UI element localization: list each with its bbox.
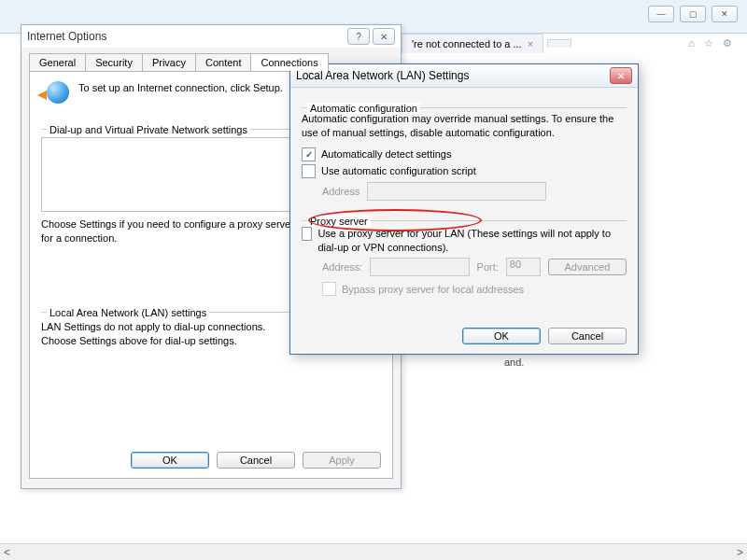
window-maximize-button[interactable]: ▢ bbox=[680, 6, 706, 22]
bypass-label: Bypass proxy server for local addresses bbox=[342, 284, 524, 295]
use-proxy-checkbox[interactable] bbox=[302, 227, 312, 241]
cancel-button[interactable]: Cancel bbox=[548, 328, 627, 344]
close-icon[interactable]: × bbox=[528, 38, 533, 49]
close-button[interactable]: ✕ bbox=[373, 28, 395, 45]
browser-tab[interactable]: 're not connected to a ... × bbox=[402, 34, 543, 53]
proxy-port-input: 80 bbox=[506, 258, 541, 276]
setup-text: To set up an Internet connection, click … bbox=[78, 81, 283, 95]
use-script-label: Use automatic configuration script bbox=[321, 165, 476, 176]
new-tab-button[interactable] bbox=[547, 39, 571, 48]
use-script-checkbox[interactable] bbox=[302, 164, 316, 178]
globe-icon bbox=[41, 81, 69, 109]
auto-detect-label: Automatically detect settings bbox=[321, 148, 451, 160]
tab-privacy[interactable]: Privacy bbox=[142, 53, 196, 71]
tab-content[interactable]: Content bbox=[195, 53, 252, 71]
home-icon[interactable]: ⌂ bbox=[688, 37, 695, 49]
auto-detect-checkbox[interactable] bbox=[302, 147, 316, 161]
cancel-button[interactable]: Cancel bbox=[217, 452, 295, 469]
choose-settings-text: Choose Settings if you need to configure… bbox=[41, 217, 303, 245]
dialog-title: Local Area Network (LAN) Settings bbox=[296, 69, 610, 82]
auto-config-text: Automatic configuration may override man… bbox=[302, 112, 627, 140]
use-proxy-label: Use a proxy server for your LAN (These s… bbox=[317, 227, 627, 255]
address-label: Address bbox=[322, 186, 359, 197]
dialup-group-label: Dial-up and Virtual Private Network sett… bbox=[47, 124, 250, 135]
tab-security[interactable]: Security bbox=[85, 53, 143, 71]
tools-icon[interactable]: ⚙ bbox=[723, 37, 732, 49]
advanced-button: Advanced bbox=[548, 259, 627, 275]
bypass-checkbox bbox=[322, 282, 336, 296]
ok-button[interactable]: OK bbox=[131, 452, 209, 469]
lan-group-label: Local Area Network (LAN) settings bbox=[47, 307, 209, 318]
dialog-title: Internet Options bbox=[27, 30, 345, 43]
horizontal-scrollbar[interactable]: <> bbox=[0, 543, 747, 560]
lan-settings-dialog: Local Area Network (LAN) Settings ✕ Auto… bbox=[289, 63, 639, 355]
auto-config-label: Automatic configuration bbox=[307, 103, 420, 114]
apply-button: Apply bbox=[303, 452, 381, 469]
window-close-button[interactable]: ✕ bbox=[712, 6, 738, 22]
window-minimize-button[interactable]: — bbox=[648, 6, 674, 22]
ok-button[interactable]: OK bbox=[462, 328, 541, 344]
proxy-address-label: Address: bbox=[322, 261, 362, 273]
help-button[interactable]: ? bbox=[347, 28, 370, 45]
script-address-input bbox=[367, 182, 546, 201]
page-text-fragment: and. bbox=[504, 357, 524, 368]
proxy-label: Proxy server bbox=[307, 216, 371, 227]
browser-tab-label: 're not connected to a ... bbox=[412, 38, 522, 49]
tab-connections[interactable]: Connections bbox=[250, 53, 328, 71]
close-button[interactable]: ✕ bbox=[610, 67, 632, 84]
lan-note: LAN Settings do not apply to dial-up con… bbox=[41, 320, 284, 348]
proxy-port-label: Port: bbox=[477, 261, 499, 273]
tab-general[interactable]: General bbox=[29, 53, 86, 71]
favorites-icon[interactable]: ☆ bbox=[704, 37, 713, 49]
proxy-address-input bbox=[370, 258, 469, 276]
